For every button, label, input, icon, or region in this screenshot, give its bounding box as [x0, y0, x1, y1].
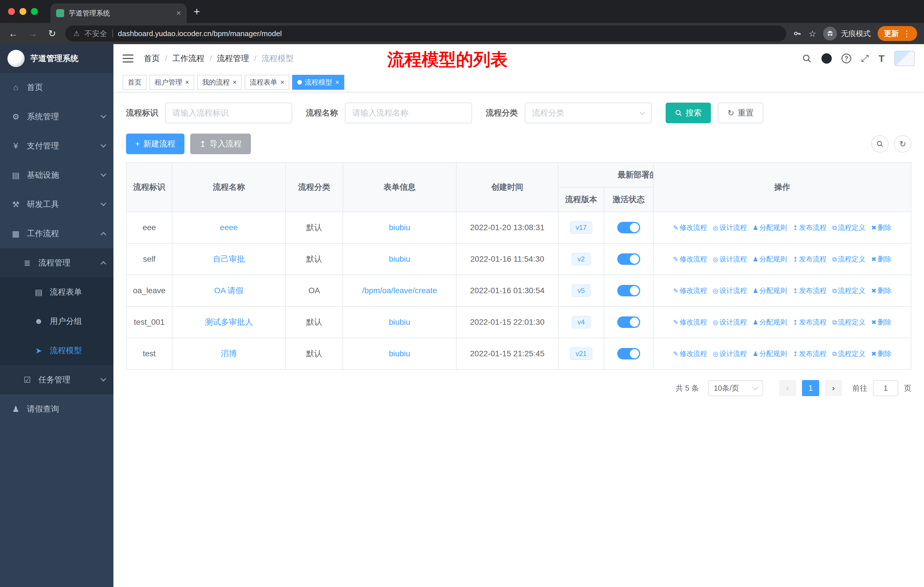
process-definition-link[interactable]: ⧉流程定义	[832, 350, 866, 357]
search-icon[interactable]	[802, 54, 812, 63]
github-icon[interactable]	[822, 53, 832, 64]
design-process-link[interactable]: ◎设计流程	[713, 350, 747, 357]
edit-process-link[interactable]: ✎修改流程	[673, 223, 707, 231]
process-name-link[interactable]: 滔博	[221, 349, 237, 358]
update-button[interactable]: 更新 ⋮	[878, 26, 917, 41]
edit-process-link[interactable]: ✎修改流程	[673, 350, 707, 357]
sidebar-item[interactable]: ≣流程管理	[0, 248, 114, 278]
tag[interactable]: 首页	[122, 75, 147, 90]
design-process-link[interactable]: ◎设计流程	[713, 287, 747, 294]
reload-button[interactable]: ↻	[46, 28, 58, 39]
delete-link[interactable]: ✖删除	[871, 318, 891, 326]
close-window-button[interactable]	[8, 8, 15, 15]
active-toggle[interactable]	[617, 348, 640, 359]
goto-page-input[interactable]	[873, 380, 898, 396]
process-name-link[interactable]: 测试多审批人	[205, 317, 253, 326]
column-header-name[interactable]: 流程名称	[172, 162, 285, 212]
bookmark-star-icon[interactable]: ☆	[808, 29, 816, 39]
sidebar-item[interactable]: ☻用户分组	[0, 307, 114, 336]
search-button[interactable]: 搜索	[666, 103, 711, 123]
column-header-id[interactable]: 流程标识	[126, 162, 172, 212]
edit-process-link[interactable]: ✎修改流程	[673, 318, 707, 326]
publish-process-link[interactable]: ↥发布流程	[792, 350, 826, 357]
assign-rule-link[interactable]: ♟分配规则	[753, 350, 787, 357]
form-link[interactable]: biubiu	[389, 317, 411, 326]
forward-button[interactable]: →	[26, 28, 39, 39]
edit-process-link[interactable]: ✎修改流程	[673, 255, 707, 263]
sidebar-item[interactable]: ▤流程表单	[0, 278, 114, 307]
assign-rule-link[interactable]: ♟分配规则	[753, 287, 787, 294]
sidebar-item[interactable]: ⚒研发工具	[0, 190, 114, 219]
publish-process-link[interactable]: ↥发布流程	[792, 318, 826, 326]
breadcrumb-item-process-management[interactable]: 流程管理	[217, 53, 249, 64]
process-definition-link[interactable]: ⧉流程定义	[832, 318, 866, 326]
sidebar-item[interactable]: ⌂首页	[0, 73, 114, 102]
tag[interactable]: 流程表单×	[244, 75, 289, 90]
tag[interactable]: 租户管理×	[150, 75, 194, 90]
form-link[interactable]: biubiu	[389, 255, 411, 263]
publish-process-link[interactable]: ↥发布流程	[792, 223, 826, 231]
process-name-input[interactable]	[345, 103, 472, 123]
close-icon[interactable]: ×	[233, 79, 237, 86]
design-process-link[interactable]: ◎设计流程	[713, 223, 747, 231]
active-toggle[interactable]	[617, 285, 640, 296]
minimize-window-button[interactable]	[20, 8, 26, 15]
hamburger-icon[interactable]	[122, 55, 134, 63]
tab-close-icon[interactable]: ×	[177, 8, 181, 18]
sidebar-item[interactable]: ▤基础设施	[0, 160, 114, 190]
publish-process-link[interactable]: ↥发布流程	[792, 255, 826, 263]
user-avatar[interactable]	[894, 51, 915, 66]
active-toggle[interactable]	[617, 222, 640, 233]
column-header-version[interactable]: 流程版本	[558, 187, 604, 212]
publish-process-link[interactable]: ↥发布流程	[792, 287, 826, 294]
key-icon[interactable]	[793, 29, 802, 38]
design-process-link[interactable]: ◎设计流程	[713, 318, 747, 326]
edit-process-link[interactable]: ✎修改流程	[673, 287, 707, 294]
process-definition-link[interactable]: ⧉流程定义	[832, 287, 866, 294]
close-icon[interactable]: ×	[335, 79, 339, 86]
show-search-button[interactable]	[871, 135, 888, 152]
import-process-button[interactable]: ↥ 导入流程	[190, 134, 251, 154]
process-definition-link[interactable]: ⧉流程定义	[832, 223, 866, 231]
page-number-button[interactable]: 1	[802, 380, 819, 396]
column-header-created[interactable]: 创建时间	[456, 162, 558, 212]
process-definition-link[interactable]: ⧉流程定义	[832, 255, 866, 263]
browser-tab[interactable]: 芋道管理系统 ×	[50, 3, 187, 23]
process-name-link[interactable]: OA 请假	[214, 286, 244, 295]
process-name-link[interactable]: eeee	[220, 223, 238, 232]
new-tab-button[interactable]: +	[194, 5, 200, 18]
tag[interactable]: 流程模型×	[292, 75, 344, 90]
fullscreen-icon[interactable]: ⤢	[861, 53, 869, 64]
process-name-link[interactable]: 自己审批	[213, 255, 245, 263]
close-icon[interactable]: ×	[185, 79, 189, 86]
column-header-active[interactable]: 激活状态	[604, 187, 653, 212]
delete-link[interactable]: ✖删除	[871, 255, 891, 263]
prev-page-button[interactable]: ‹	[779, 380, 796, 396]
sidebar-item[interactable]: ¥支付管理	[0, 131, 114, 160]
next-page-button[interactable]: ›	[825, 380, 842, 396]
security-label[interactable]: 不安全	[85, 29, 107, 39]
sidebar-item[interactable]: ➤流程模型	[0, 336, 114, 365]
assign-rule-link[interactable]: ♟分配规则	[753, 318, 787, 326]
category-select[interactable]: 流程分类	[525, 103, 652, 123]
url-text[interactable]: dashboard.yudao.iocoder.cn/bpm/manager/m…	[118, 29, 282, 38]
sidebar-item[interactable]: ☑任务管理	[0, 365, 114, 394]
column-header-category[interactable]: 流程分类	[285, 162, 343, 212]
sidebar-item[interactable]: ♟请假查询	[0, 394, 114, 423]
help-icon[interactable]: ?	[842, 54, 851, 63]
form-link[interactable]: biubiu	[389, 223, 411, 232]
font-size-icon[interactable]: T	[878, 53, 884, 64]
page-size-select[interactable]: 10条/页	[708, 380, 763, 396]
delete-link[interactable]: ✖删除	[871, 223, 891, 231]
process-id-input[interactable]	[165, 103, 292, 123]
tag[interactable]: 我的流程×	[197, 75, 242, 90]
sidebar-item[interactable]: ⚙系统管理	[0, 102, 114, 131]
assign-rule-link[interactable]: ♟分配规则	[753, 223, 787, 231]
incognito-badge[interactable]: 无痕模式	[823, 26, 871, 40]
delete-link[interactable]: ✖删除	[871, 287, 891, 294]
column-header-form[interactable]: 表单信息	[343, 162, 456, 212]
form-link[interactable]: biubiu	[389, 349, 411, 358]
form-link[interactable]: /bpm/oa/leave/create	[362, 286, 437, 295]
address-bar[interactable]: ⚠ 不安全 dashboard.yudao.iocoder.cn/bpm/man…	[65, 25, 786, 41]
back-button[interactable]: ←	[7, 28, 20, 39]
